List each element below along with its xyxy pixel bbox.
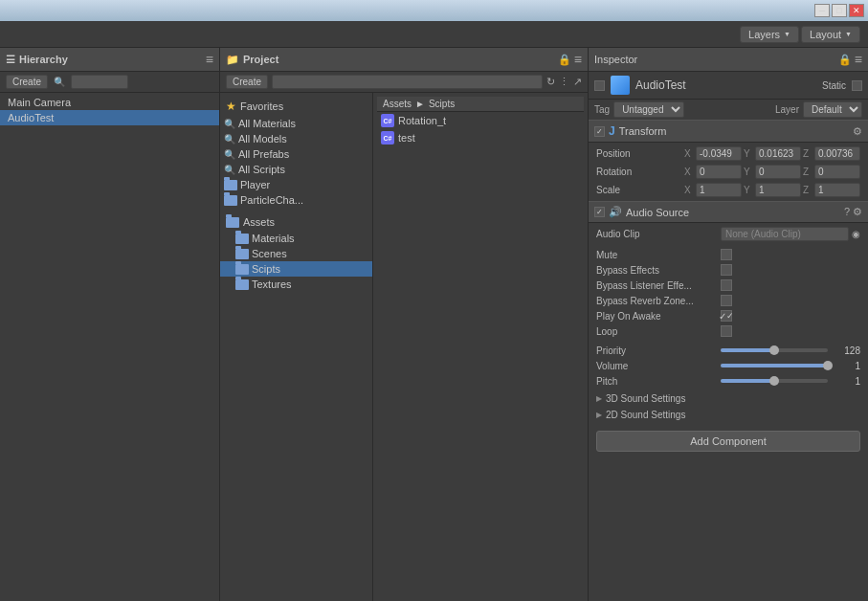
priority-slider-track[interactable] — [721, 348, 828, 352]
lock-icon[interactable]: 🔒 — [558, 54, 571, 66]
audio-source-checkbox[interactable]: ✓ — [594, 207, 605, 217]
minimize-button[interactable]: ─ — [814, 4, 830, 17]
transform-gear-icon[interactable]: ⚙ — [853, 125, 862, 138]
hierarchy-search-input[interactable] — [71, 75, 128, 89]
folder-icon-scipts — [235, 264, 249, 275]
tree-item-all-scripts[interactable]: 🔍 All Scripts — [220, 162, 372, 177]
pitch-slider-container: 1 — [721, 376, 860, 387]
tree-item-materials[interactable]: Materials — [220, 231, 372, 246]
search-icon-scripts: 🔍 — [224, 165, 235, 175]
audio-source-gear-icon[interactable]: ⚙ — [853, 206, 862, 218]
project-create-button[interactable]: Create — [226, 75, 268, 89]
pos-y-input[interactable] — [755, 146, 801, 161]
audio-clip-row: Audio Clip None (Audio Clip) ◉ — [589, 225, 868, 243]
add-component-button[interactable]: Add Component — [596, 431, 860, 452]
bypass-reverb-checkbox[interactable] — [721, 295, 732, 306]
rot-x-input[interactable] — [696, 165, 742, 179]
inspector-menu-icon[interactable]: ≡ — [855, 52, 862, 67]
tree-item-player[interactable]: Player — [220, 177, 372, 192]
pitch-slider-thumb[interactable] — [769, 376, 779, 386]
file-item-test[interactable]: C# test — [377, 129, 584, 146]
volume-slider-thumb[interactable] — [823, 361, 833, 370]
scipts-label: Scipts — [252, 263, 280, 275]
tree-item-all-materials[interactable]: 🔍 All Materials — [220, 116, 372, 131]
search-icon-materials: 🔍 — [224, 119, 235, 129]
layers-dropdown[interactable]: Layers — [740, 26, 799, 43]
sound-3d-section[interactable]: ▶ 3D Sound Settings — [589, 390, 868, 407]
project-header-left: 📁 Project — [226, 54, 278, 66]
pos-z-input[interactable] — [814, 146, 860, 161]
priority-slider-thumb[interactable] — [769, 345, 779, 355]
pos-y-label: Y — [744, 148, 753, 159]
tree-item-scipts[interactable]: Scipts — [220, 261, 372, 277]
tree-item-all-prefabs[interactable]: 🔍 All Prefabs — [220, 146, 372, 162]
transform-component-header[interactable]: ✓ J Transform ⚙ — [589, 120, 868, 143]
tag-select[interactable]: Untagged — [613, 101, 684, 118]
inspector-header: Inspector 🔒 ≡ — [589, 48, 868, 72]
audio-source-header-icons: ? ⚙ — [844, 206, 862, 218]
rot-y-label: Y — [744, 167, 753, 177]
project-icon-sync[interactable]: ↻ — [546, 76, 555, 88]
hierarchy-title: Hierarchy — [19, 54, 68, 65]
rot-y-input[interactable] — [755, 165, 801, 179]
project-menu-icon[interactable]: ≡ — [574, 52, 582, 67]
particlecha-label: ParticleCha... — [240, 194, 303, 206]
priority-slider-container: 128 — [721, 345, 860, 356]
project-search-input[interactable] — [272, 75, 543, 89]
mute-checkbox[interactable] — [721, 249, 732, 260]
volume-slider-track[interactable] — [721, 364, 828, 367]
file-item-rotation[interactable]: C# Rotation_t — [377, 112, 584, 129]
scale-y-input[interactable] — [755, 183, 801, 197]
sound-2d-section[interactable]: ▶ 2D Sound Settings — [589, 407, 868, 423]
inspector-lock-icon[interactable]: 🔒 — [838, 54, 852, 66]
audio-source-header[interactable]: ✓ 🔊 Audio Source ? ⚙ — [589, 201, 868, 223]
bypass-listener-checkbox[interactable] — [721, 279, 732, 291]
loop-checkbox[interactable] — [721, 325, 732, 337]
audio-source-help-icon[interactable]: ? — [844, 206, 850, 218]
audio-clip-select-icon[interactable]: ◉ — [852, 229, 860, 239]
favorites-star-icon: ★ — [226, 100, 236, 113]
project-toolbar: Create ↻ ⋮ ↗ — [220, 72, 588, 93]
tree-item-particlecha[interactable]: ParticleCha... — [220, 192, 372, 208]
bypass-effects-checkbox[interactable] — [721, 264, 732, 276]
inspector-object-name: AudioTest — [635, 78, 816, 92]
transform-body: Position X Y Z Rotation X Y Z — [589, 143, 868, 201]
pitch-slider-track[interactable] — [721, 379, 828, 383]
close-button[interactable]: ✕ — [849, 4, 864, 17]
tree-item-all-models[interactable]: 🔍 All Models — [220, 131, 372, 146]
layout-dropdown[interactable]: Layout — [801, 26, 860, 43]
static-checkbox[interactable] — [852, 80, 862, 91]
scale-z-input[interactable] — [814, 183, 860, 197]
project-icon-expand[interactable]: ↗ — [573, 76, 582, 88]
rot-z-input[interactable] — [814, 165, 860, 179]
hierarchy-item-main-camera[interactable]: Main Camera — [0, 95, 219, 110]
window-controls: ─ □ ✕ — [814, 4, 864, 17]
folder-icon-scenes — [235, 249, 249, 259]
tree-item-scenes[interactable]: Scenes — [220, 246, 372, 261]
inspector-object-row: AudioTest Static — [589, 72, 868, 100]
scale-x-input[interactable] — [696, 183, 742, 197]
hierarchy-item-audio-test[interactable]: AudioTest — [0, 110, 219, 125]
assets-label: Assets — [243, 216, 275, 228]
transform-checkbox[interactable]: ✓ — [594, 126, 605, 137]
layer-select[interactable]: Default — [803, 101, 862, 118]
transform-header-left: ✓ J Transform — [594, 124, 666, 138]
scale-x-label: X — [684, 185, 694, 195]
rotation-label: Rotation — [596, 167, 684, 177]
volume-label: Volume — [596, 361, 721, 371]
pos-z-label: Z — [803, 148, 812, 159]
project-panel: 📁 Project 🔒 ≡ Create ↻ ⋮ ↗ ★ Favorites — [220, 48, 589, 601]
tree-item-textures[interactable]: Textures — [220, 277, 372, 292]
maximize-button[interactable]: □ — [832, 4, 847, 17]
bypass-effects-label: Bypass Effects — [596, 265, 721, 276]
project-icon-filter[interactable]: ⋮ — [559, 76, 569, 88]
pos-x-input[interactable] — [696, 146, 742, 161]
play-on-awake-row: Play On Awake ✓ — [589, 308, 868, 323]
all-prefabs-label: All Prefabs — [238, 148, 289, 160]
hierarchy-menu-icon[interactable]: ≡ — [206, 52, 213, 67]
hierarchy-toolbar: Create 🔍 — [0, 72, 219, 93]
play-on-awake-checkbox[interactable]: ✓ — [721, 310, 732, 322]
active-checkbox[interactable] — [594, 80, 605, 91]
mute-row: Mute — [589, 247, 868, 262]
hierarchy-create-button[interactable]: Create — [6, 75, 48, 89]
